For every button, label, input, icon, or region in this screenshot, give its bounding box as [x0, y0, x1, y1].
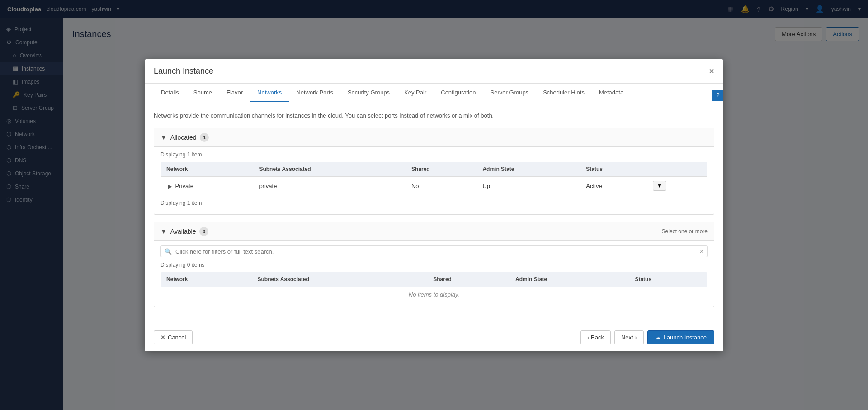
row-admin-state: Up — [477, 177, 580, 195]
next-button[interactable]: Next › — [614, 330, 644, 344]
avail-col-network: Network — [161, 272, 252, 287]
tab-server-groups[interactable]: Server Groups — [483, 84, 536, 102]
available-table: Network Subnets Associated Shared Admin … — [160, 272, 708, 302]
search-icon: 🔍 — [165, 248, 172, 255]
modal-footer: ✕ Cancel ‹ Back Next › ☁ Launch Instance — [145, 324, 723, 351]
modal-close-button[interactable]: × — [709, 66, 714, 75]
row-status: Active — [580, 177, 647, 195]
available-table-body: No items to display. — [161, 287, 708, 302]
avail-col-status: Status — [629, 272, 707, 287]
modal-help-button[interactable]: ? — [712, 90, 723, 101]
col-subnets: Subnets Associated — [254, 162, 406, 177]
available-count-badge: 0 — [199, 227, 208, 236]
networks-description: Networks provide the communication chann… — [154, 111, 714, 120]
allocated-table: Network Subnets Associated Shared Admin … — [160, 161, 708, 195]
tab-configuration[interactable]: Configuration — [434, 84, 483, 102]
avail-col-admin-state: Admin State — [510, 272, 629, 287]
row-expand-button[interactable]: ▶ — [166, 184, 174, 189]
available-chevron-icon[interactable]: ▼ — [160, 228, 167, 235]
allocated-displaying-top: Displaying 1 item — [160, 151, 708, 158]
allocated-displaying-bottom: Displaying 1 item — [160, 200, 708, 206]
allocated-chevron-icon[interactable]: ▼ — [160, 134, 167, 141]
row-network: ▶ Private — [161, 177, 254, 195]
allocated-section-body: Displaying 1 item Network Subnets Associ… — [154, 147, 714, 214]
back-button[interactable]: ‹ Back — [580, 330, 611, 344]
col-actions — [647, 162, 707, 177]
avail-col-shared: Shared — [428, 272, 510, 287]
launch-label: Launch Instance — [664, 334, 707, 341]
modal-header: Launch Instance × — [145, 59, 723, 84]
col-status: Status — [580, 162, 647, 177]
tab-security-groups[interactable]: Security Groups — [340, 84, 397, 102]
allocated-section-header: ▼ Allocated 1 — [154, 128, 714, 147]
cancel-button[interactable]: ✕ Cancel — [154, 330, 193, 344]
no-items-row: No items to display. — [161, 287, 708, 302]
tab-metadata[interactable]: Metadata — [592, 84, 631, 102]
search-clear-icon[interactable]: × — [700, 248, 703, 255]
col-admin-state: Admin State — [477, 162, 580, 177]
allocated-count-badge: 1 — [200, 133, 209, 142]
allocated-section-title: Allocated — [170, 134, 197, 141]
modal-overlay: Launch Instance × ? Details Source Flavo… — [63, 18, 868, 410]
cancel-x-icon: ✕ — [160, 334, 165, 341]
select-hint: Select one or more — [662, 228, 708, 235]
row-action-cell: ▼ — [647, 177, 707, 195]
col-network: Network — [161, 162, 254, 177]
available-section-title: Available — [170, 228, 196, 235]
allocated-section: ▼ Allocated 1 Displaying 1 item Network — [154, 128, 714, 215]
tab-network-ports[interactable]: Network Ports — [289, 84, 340, 102]
tab-details[interactable]: Details — [154, 84, 186, 102]
row-shared: No — [406, 177, 477, 195]
search-input[interactable] — [175, 248, 700, 255]
cancel-label: Cancel — [168, 334, 186, 341]
launch-instance-modal: Launch Instance × ? Details Source Flavo… — [145, 59, 723, 351]
allocated-table-header: Network Subnets Associated Shared Admin … — [161, 162, 708, 177]
available-section-header: ▼ Available 0 Select one or more — [154, 222, 714, 241]
search-bar: 🔍 × — [160, 245, 708, 257]
available-section: ▼ Available 0 Select one or more 🔍 × — [154, 222, 714, 307]
available-displaying: Displaying 0 items — [160, 262, 708, 268]
tab-networks[interactable]: Networks — [250, 84, 289, 102]
allocated-table-body: ▶ Private private No Up Active ▼ — [161, 177, 708, 195]
table-row: ▶ Private private No Up Active ▼ — [161, 177, 708, 195]
modal-body: Networks provide the communication chann… — [145, 102, 723, 324]
row-subnets: private — [254, 177, 406, 195]
modal-title: Launch Instance — [154, 66, 213, 76]
launch-instance-button[interactable]: ☁ Launch Instance — [647, 330, 714, 344]
move-down-button[interactable]: ▼ — [653, 181, 666, 191]
tab-scheduler-hints[interactable]: Scheduler Hints — [536, 84, 592, 102]
tab-flavor[interactable]: Flavor — [219, 84, 250, 102]
no-items-text: No items to display. — [161, 287, 708, 302]
available-table-header: Network Subnets Associated Shared Admin … — [161, 272, 708, 287]
main-content: Instances More Actions Actions Launch In… — [63, 18, 868, 410]
footer-right: ‹ Back Next › ☁ Launch Instance — [580, 330, 714, 344]
tab-key-pair[interactable]: Key Pair — [397, 84, 434, 102]
tab-source[interactable]: Source — [186, 84, 219, 102]
available-section-body: 🔍 × Displaying 0 items Network Subnets A… — [154, 241, 714, 307]
modal-tabs: Details Source Flavor Networks Network P… — [145, 84, 723, 102]
launch-cloud-icon: ☁ — [655, 334, 661, 341]
avail-col-subnets: Subnets Associated — [252, 272, 428, 287]
col-shared: Shared — [406, 162, 477, 177]
